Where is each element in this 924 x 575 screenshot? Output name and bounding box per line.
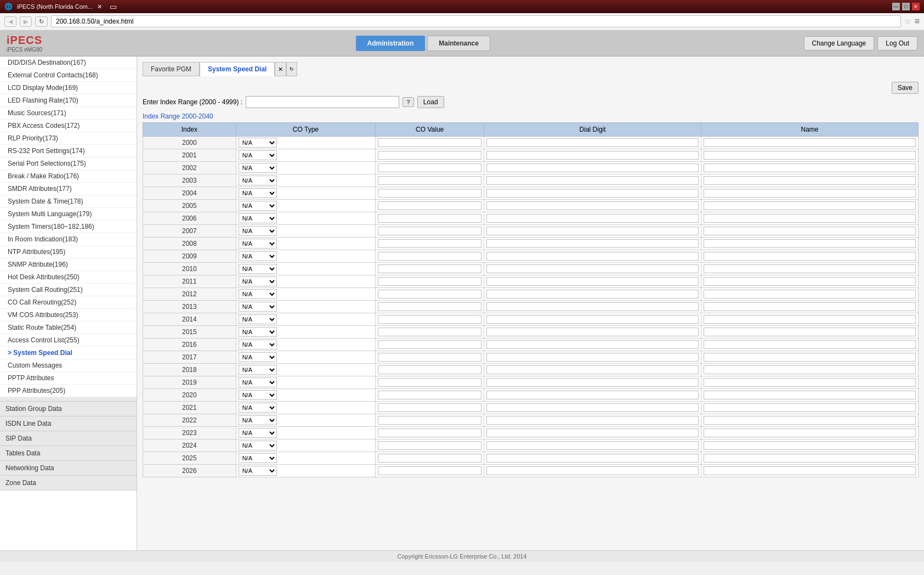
co-value-input[interactable]: [378, 189, 481, 198]
dial-digit-input[interactable]: [486, 365, 699, 374]
co-type-select[interactable]: N/A: [239, 403, 277, 413]
co-value-input[interactable]: [378, 214, 481, 223]
forward-button[interactable]: ▶: [20, 16, 32, 27]
tab-close-x[interactable]: ✕: [97, 3, 102, 10]
name-input[interactable]: [704, 151, 916, 160]
co-type-select[interactable]: N/A: [239, 441, 277, 450]
dial-digit-input[interactable]: [486, 429, 699, 437]
co-type-select[interactable]: N/A: [239, 138, 277, 148]
co-type-select[interactable]: N/A: [239, 188, 277, 198]
address-input[interactable]: [51, 15, 901, 27]
dial-digit-input[interactable]: [486, 441, 699, 450]
co-type-select[interactable]: N/A: [239, 302, 277, 312]
sidebar-item-serial-port[interactable]: Serial Port Selections(175): [0, 157, 137, 170]
co-value-input[interactable]: [378, 138, 481, 147]
co-type-select[interactable]: N/A: [239, 239, 277, 249]
tab-favorite-pgm[interactable]: Favorite PGM: [143, 62, 200, 76]
help-button[interactable]: ?: [403, 97, 414, 107]
dial-digit-input[interactable]: [486, 239, 699, 248]
co-value-input[interactable]: [378, 239, 481, 248]
co-type-select[interactable]: N/A: [239, 390, 277, 400]
name-input[interactable]: [704, 239, 916, 248]
name-input[interactable]: [704, 277, 916, 286]
dial-digit-input[interactable]: [486, 454, 699, 463]
sidebar-item-rlp-priority[interactable]: RLP Priority(173): [0, 132, 137, 145]
co-value-input[interactable]: [378, 290, 481, 298]
sidebar-item-pptp[interactable]: PPTP Attributes: [0, 372, 137, 385]
sidebar-item-ppp[interactable]: PPP Attributes(205): [0, 385, 137, 397]
sidebar-item-vm-cos[interactable]: VM COS Attributes(253): [0, 309, 137, 322]
sidebar-item-system-multi[interactable]: System Multi Language(179): [0, 208, 137, 221]
co-type-select[interactable]: N/A: [239, 201, 277, 211]
co-type-select[interactable]: N/A: [239, 163, 277, 173]
name-input[interactable]: [704, 365, 916, 374]
co-value-input[interactable]: [378, 365, 481, 374]
co-type-select[interactable]: N/A: [239, 453, 277, 463]
tab-close-button[interactable]: ✕: [275, 62, 286, 76]
co-value-input[interactable]: [378, 252, 481, 261]
tab-system-speed-dial[interactable]: System Speed Dial: [200, 62, 275, 76]
co-type-select[interactable]: N/A: [239, 289, 277, 299]
sidebar-section-sip-data[interactable]: SIP Data: [0, 431, 137, 446]
co-value-input[interactable]: [378, 164, 481, 172]
dial-digit-input[interactable]: [486, 353, 699, 362]
sidebar-item-co-call[interactable]: CO Call Rerouting(252): [0, 296, 137, 309]
maximize-button[interactable]: □: [902, 3, 910, 10]
name-input[interactable]: [704, 403, 916, 412]
sidebar-item-smdr[interactable]: SMDR Attributes(177): [0, 183, 137, 195]
dial-digit-input[interactable]: [486, 227, 699, 235]
sidebar-section-station-group[interactable]: Station Group Data: [0, 402, 137, 416]
dial-digit-input[interactable]: [486, 391, 699, 399]
dial-digit-input[interactable]: [486, 264, 699, 273]
name-input[interactable]: [704, 340, 916, 349]
load-button[interactable]: Load: [417, 96, 444, 108]
new-tab-btn[interactable]: ▭: [106, 2, 120, 11]
sidebar-item-hot-desk[interactable]: Hot Desk Attributes(250): [0, 271, 137, 284]
co-value-input[interactable]: [378, 264, 481, 273]
log-out-button[interactable]: Log Out: [877, 36, 917, 50]
sidebar-item-break-make[interactable]: Break / Make Ratio(176): [0, 170, 137, 183]
co-value-input[interactable]: [378, 403, 481, 412]
dial-digit-input[interactable]: [486, 138, 699, 147]
co-type-select[interactable]: N/A: [239, 466, 277, 476]
name-input[interactable]: [704, 441, 916, 450]
dial-digit-input[interactable]: [486, 328, 699, 336]
dial-digit-input[interactable]: [486, 252, 699, 261]
sidebar-item-ntp[interactable]: NTP Attributes(195): [0, 246, 137, 258]
sidebar-item-snmp[interactable]: SNMP Attribute(196): [0, 258, 137, 271]
dial-digit-input[interactable]: [486, 378, 699, 387]
co-type-select[interactable]: N/A: [239, 213, 277, 223]
name-input[interactable]: [704, 214, 916, 223]
co-value-input[interactable]: [378, 378, 481, 387]
sidebar-item-did-disa[interactable]: DID/DISA Destination(167): [0, 57, 137, 69]
co-value-input[interactable]: [378, 328, 481, 336]
dial-digit-input[interactable]: [486, 176, 699, 185]
dial-digit-input[interactable]: [486, 290, 699, 298]
minimize-button[interactable]: —: [892, 3, 900, 10]
co-type-select[interactable]: N/A: [239, 176, 277, 185]
co-type-select[interactable]: N/A: [239, 150, 277, 160]
dial-digit-input[interactable]: [486, 201, 699, 210]
co-value-input[interactable]: [378, 416, 481, 425]
co-type-select[interactable]: N/A: [239, 277, 277, 286]
maintenance-tab[interactable]: Maintenance: [427, 36, 490, 51]
sidebar-item-external-control[interactable]: External Control Contacts(168): [0, 69, 137, 82]
co-value-input[interactable]: [378, 454, 481, 463]
co-type-select[interactable]: N/A: [239, 327, 277, 337]
name-input[interactable]: [704, 252, 916, 261]
dial-digit-input[interactable]: [486, 302, 699, 311]
sidebar-item-system-timers[interactable]: System Timers(180~182,186): [0, 221, 137, 233]
name-input[interactable]: [704, 328, 916, 336]
co-type-select[interactable]: N/A: [239, 377, 277, 387]
dial-digit-input[interactable]: [486, 214, 699, 223]
dial-digit-input[interactable]: [486, 466, 699, 475]
dial-digit-input[interactable]: [486, 164, 699, 172]
dial-digit-input[interactable]: [486, 340, 699, 349]
co-value-input[interactable]: [378, 391, 481, 399]
index-range-input[interactable]: [246, 96, 399, 108]
name-input[interactable]: [704, 176, 916, 185]
co-value-input[interactable]: [378, 302, 481, 311]
back-button[interactable]: ◀: [4, 16, 16, 27]
dial-digit-input[interactable]: [486, 403, 699, 412]
name-input[interactable]: [704, 391, 916, 399]
